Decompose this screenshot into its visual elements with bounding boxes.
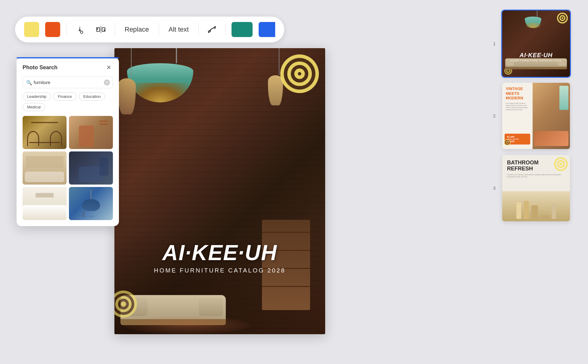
slide-1-container: 1 — [502, 11, 570, 77]
fill-icon-button[interactable] — [73, 23, 87, 36]
slide-3-spiral — [553, 157, 568, 173]
thumb-tabletop — [31, 122, 58, 123]
bath-item-2 — [531, 205, 538, 219]
slide-1-lamp — [533, 11, 541, 28]
slide-thumbnail-2[interactable]: VINTAGE MEETS MODERN Our vintage modern … — [502, 83, 570, 149]
toolbar-divider-3 — [159, 23, 159, 36]
toolbar-divider-5 — [225, 23, 226, 36]
thumb-cord-6 — [91, 190, 91, 199]
slide-2-container: 2 VINTAGE MEETS MODERN Our vintage moder… — [502, 83, 570, 149]
slide-2-price1: $1,495 — [507, 135, 528, 138]
slide-3-number: 3 — [493, 186, 496, 191]
slide-3-content: BATHROOM REFRESH Transform your bathroom… — [502, 155, 570, 221]
slide-main-subtitle: HOME FURNITURE CATALOG 2028 — [114, 267, 325, 274]
slide-3-line1: BATHROOM — [507, 160, 539, 166]
spiral-decoration-top — [278, 53, 321, 95]
photo-thumb-6[interactable] — [69, 187, 113, 220]
flip-icon — [95, 25, 106, 34]
svg-point-0 — [80, 31, 83, 33]
slide-2-right — [533, 83, 570, 149]
slides-panel: 1 — [502, 11, 570, 221]
photo-thumb-3[interactable] — [23, 151, 67, 185]
tag-medical[interactable]: Medical — [23, 103, 45, 111]
tag-finance[interactable]: Finance — [53, 92, 76, 101]
slide-2-title: VINTAGE MEETS MODERN — [506, 86, 529, 101]
slide-thumbnail-1[interactable]: AI·KEE·UH HOME FURNITURE CATALOG 2028 — [502, 11, 570, 77]
link-icon — [207, 25, 217, 34]
thumb-shelf-deco2 — [99, 123, 108, 125]
hanging-lamp-main — [160, 48, 193, 102]
slide-2-line2: MEETS — [506, 91, 519, 96]
slide-main-title: AI·KEE·UH — [114, 241, 325, 265]
slide-1-text: AI·KEE·UH HOME FURNITURE CATALOG 2028 — [502, 52, 570, 62]
thumb-shelf-deco — [99, 120, 108, 122]
slide-3-bath-items — [502, 191, 570, 221]
slide-2-spiral — [504, 139, 511, 148]
search-icon: 🔍 — [26, 79, 32, 85]
panel-close-button[interactable]: ✕ — [104, 63, 113, 72]
photo-thumb-1[interactable] — [23, 116, 67, 149]
color-swatch-orange[interactable] — [45, 22, 60, 37]
slide-3-container: 3 — [502, 155, 570, 221]
photo-thumb-2[interactable] — [69, 116, 113, 149]
app-container: Replace Alt text — [0, 0, 588, 364]
thumb-lamp-6 — [82, 199, 100, 211]
slide-3-line2: REFRESH — [507, 166, 533, 172]
slide-1-content: AI·KEE·UH HOME FURNITURE CATALOG 2028 — [502, 11, 570, 77]
bath-brush — [552, 204, 556, 219]
svg-point-26 — [507, 70, 509, 72]
slide-2-plant — [559, 86, 568, 110]
photo-thumb-4[interactable] — [69, 151, 113, 185]
floor-rug — [123, 316, 250, 334]
svg-marker-3 — [97, 28, 100, 31]
thumb-chair-shape — [79, 126, 94, 147]
photo-thumb-5[interactable] — [23, 187, 67, 220]
slide-thumbnail-3[interactable]: BATHROOM REFRESH Transform your bathroom… — [502, 155, 570, 221]
flip-icon-button[interactable] — [93, 23, 109, 36]
bath-item-3 — [516, 202, 521, 219]
color-swatch-teal[interactable] — [232, 22, 253, 37]
search-input-wrapper: 🔍 ✕ — [23, 76, 113, 88]
svg-point-35 — [560, 163, 562, 165]
slide-2-line1: VINTAGE — [506, 86, 523, 91]
link-icon-button[interactable] — [205, 23, 219, 36]
bath-item-1 — [524, 201, 529, 219]
thumb-chair-right — [50, 131, 62, 146]
thumb-item-6 — [82, 211, 85, 217]
thumb-shelf-4 — [99, 157, 108, 176]
main-slide[interactable]: AI·KEE·UH HOME FURNITURE CATALOG 2028 — [114, 48, 325, 334]
alt-text-button[interactable]: Alt text — [165, 24, 192, 35]
panel-header: Photo Search ✕ — [23, 63, 113, 72]
panel-title: Photo Search — [23, 64, 58, 71]
slide-1-spiral-top — [556, 12, 568, 24]
panel-accent — [17, 57, 119, 58]
slide-1-subtitle: HOME FURNITURE CATALOG 2028 — [502, 60, 570, 62]
slide-1-title: AI·KEE·UH — [502, 52, 570, 59]
svg-point-17 — [121, 301, 126, 307]
slide-2-number: 2 — [493, 114, 496, 118]
slide-2-body: Our vintage modern furniture brings warm… — [506, 102, 529, 111]
tag-filters: Leadership Finance Education Medical — [23, 92, 113, 111]
color-swatch-blue[interactable] — [259, 22, 275, 37]
slide-2-content: VINTAGE MEETS MODERN Our vintage modern … — [502, 83, 570, 149]
svg-point-30 — [507, 142, 508, 143]
svg-point-12 — [298, 72, 301, 76]
bath-soap — [540, 215, 549, 219]
thumb-sofa-3 — [25, 172, 64, 182]
replace-button[interactable]: Replace — [121, 24, 153, 35]
toolbar-divider-4 — [198, 23, 199, 36]
slide-3-body: Transform your bathroom space with our c… — [507, 174, 565, 178]
search-clear-button[interactable]: ✕ — [104, 79, 110, 86]
tag-education[interactable]: Education — [79, 92, 105, 101]
toolbar-divider-2 — [115, 23, 115, 36]
color-swatch-yellow[interactable] — [24, 22, 39, 37]
search-input[interactable] — [23, 76, 113, 88]
svg-point-22 — [562, 17, 563, 19]
thumb-table-5 — [36, 193, 54, 198]
slide-1-number: 1 — [493, 41, 496, 46]
tag-leadership[interactable]: Leadership — [23, 92, 51, 101]
photo-search-panel: Photo Search ✕ 🔍 ✕ Leadership Finance Ed… — [17, 57, 119, 226]
toolbar-divider-1 — [66, 23, 67, 36]
toolbar: Replace Alt text — [15, 17, 284, 42]
thumb-window-3 — [26, 156, 64, 168]
